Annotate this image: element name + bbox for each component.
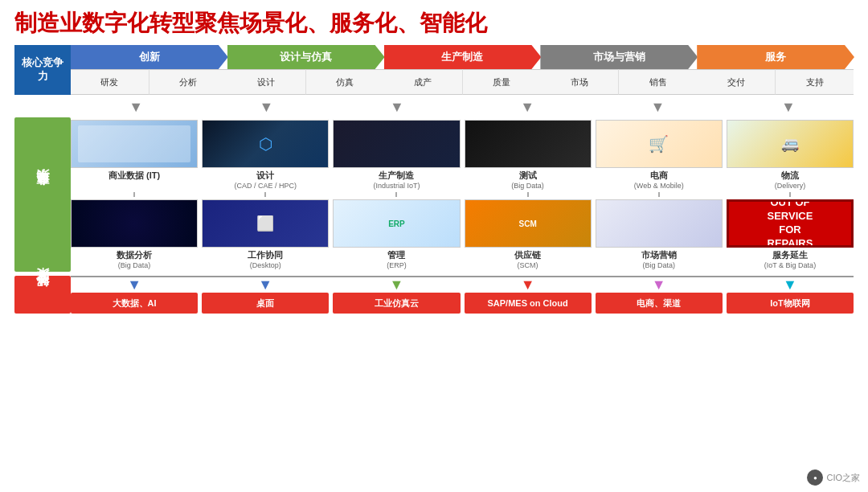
scene-card-bot-1: ⬜工作协同(Desktop) bbox=[202, 199, 329, 269]
scene-img-bot-1: ⬜ bbox=[202, 199, 329, 248]
arrow-bottom-3: 市场销售 bbox=[540, 69, 697, 95]
scene-label-main-top-2: 生产制造 bbox=[379, 170, 414, 182]
solution-wrapper: 解决方案 ▼大数据、AI▼桌面▼工业仿真云▼SAP/MES on Cloud▼电… bbox=[14, 276, 854, 314]
sol-arrow-3: ▼ bbox=[521, 277, 535, 292]
scene-img-bot-3: SCM bbox=[465, 199, 592, 248]
scene-label-sub-top-4: (Web & Mobile) bbox=[634, 182, 684, 190]
solution-item-1: ▼桌面 bbox=[202, 276, 329, 314]
sol-box-5: IoT物联网 bbox=[727, 293, 854, 314]
scene-label-sub-bot-2: (ERP) bbox=[387, 261, 407, 269]
all-scenes: 商业数据 (IT)⬡设计(CAD / CAE / HPC)生产制造(Indust… bbox=[71, 117, 854, 272]
down-arrow-2: ▼ bbox=[201, 98, 331, 116]
scene-img-top-1: ⬡ bbox=[202, 120, 329, 168]
scene-card-bot-3: SCM供应链(SCM) bbox=[465, 199, 592, 269]
scene-label-main-bot-3: 供应链 bbox=[514, 249, 541, 261]
sub-cell-4-0: 交付 bbox=[697, 69, 776, 95]
scene-img-top-5: 🚐 bbox=[727, 120, 854, 168]
scene-img-bot-0 bbox=[71, 199, 198, 248]
solution-item-3: ▼SAP/MES on Cloud bbox=[465, 276, 592, 314]
scene-img-top-3 bbox=[465, 120, 592, 168]
scene-label-main-top-5: 物流 bbox=[781, 170, 799, 182]
down-arrows-row: ▼ ▼ ▼ ▼ ▼ ▼ bbox=[71, 98, 854, 116]
scene-card-top-5: 🚐物流(Delivery) bbox=[727, 120, 854, 190]
main-container: 制造业数字化转型聚焦场景化、服务化、智能化 核心竞争力 创新研发分析设计与仿真设… bbox=[0, 0, 868, 492]
watermark-icon: ● bbox=[807, 469, 823, 486]
scene-label-sub-bot-0: (Big Data) bbox=[118, 261, 151, 269]
scene-card-top-2: 生产制造(Industrial IoT) bbox=[333, 120, 460, 190]
scene-label-main-bot-2: 管理 bbox=[387, 249, 405, 261]
solution-item-2: ▼工业仿真云 bbox=[333, 276, 460, 314]
page-title: 制造业数字化转型聚焦场景化、服务化、智能化 bbox=[14, 8, 854, 39]
bottom-scene-row: 数据分析(Big Data)⬜工作协同(Desktop)ERP管理(ERP)SC… bbox=[71, 197, 854, 272]
scene-card-bot-4: 市场营销(Big Data) bbox=[596, 199, 723, 269]
sol-arrow-1: ▼ bbox=[258, 277, 272, 292]
scene-label-main-top-0: 商业数据 (IT) bbox=[108, 170, 160, 182]
scene-card-bot-5: OUT OFSERVICEFORREPAIRS服务延生(IoT & Big Da… bbox=[727, 199, 854, 269]
scene-img-bot-2: ERP bbox=[333, 199, 460, 248]
down-arrow-4: ▼ bbox=[462, 98, 592, 116]
core-label: 核心竞争力 bbox=[14, 45, 71, 95]
scene-card-top-3: 测试(Big Data) bbox=[465, 120, 592, 190]
sub-cell-4-1: 支持 bbox=[776, 69, 854, 95]
arrow-top-4: 服务 bbox=[697, 45, 854, 69]
solution-hline bbox=[71, 276, 854, 277]
arrow-sections: 创新研发分析设计与仿真设计仿真生产制造成产质量市场与营销市场销售服务交付支持 bbox=[71, 45, 854, 95]
sub-cell-1-0: 设计 bbox=[227, 69, 306, 95]
scene-label-sub-top-1: (CAD / CAE / HPC) bbox=[235, 182, 297, 190]
sub-cell-3-0: 市场 bbox=[540, 69, 619, 95]
sol-box-2: 工业仿真云 bbox=[333, 293, 460, 314]
top-scene-row: 商业数据 (IT)⬡设计(CAD / CAE / HPC)生产制造(Indust… bbox=[71, 117, 854, 192]
scene-label-sub-bot-3: (SCM) bbox=[518, 261, 538, 269]
scene-img-top-4: 🛒 bbox=[596, 120, 723, 168]
arrow-section-0: 创新研发分析 bbox=[71, 45, 227, 95]
arrow-top-3: 市场与营销 bbox=[540, 45, 698, 69]
arrow-bottom-4: 交付支持 bbox=[697, 69, 854, 95]
sol-box-4: 电商、渠道 bbox=[596, 293, 723, 314]
solution-label-text: 解决方案 bbox=[35, 292, 51, 298]
scene-card-top-1: ⬡设计(CAD / CAE / HPC) bbox=[202, 120, 329, 190]
solution-item-5: ▼IoT物联网 bbox=[727, 276, 854, 314]
scene-card-top-0: 商业数据 (IT) bbox=[71, 120, 198, 190]
sub-cell-1-1: 仿真 bbox=[306, 69, 384, 95]
sol-box-3: SAP/MES on Cloud bbox=[465, 293, 592, 314]
scene-card-bot-0: 数据分析(Big Data) bbox=[71, 199, 198, 269]
sol-arrow-2: ▼ bbox=[390, 277, 404, 292]
arrow-top-2: 生产制造 bbox=[384, 45, 542, 69]
arrow-bottom-2: 成产质量 bbox=[384, 69, 541, 95]
scene-label-main-top-1: 设计 bbox=[256, 170, 274, 182]
solution-item-4: ▼电商、渠道 bbox=[596, 276, 723, 314]
scene-label-sub-top-2: (Industrial IoT) bbox=[373, 182, 420, 190]
watermark-text: CIO之家 bbox=[826, 472, 860, 484]
sol-box-1: 桌面 bbox=[202, 293, 329, 314]
sub-cell-2-1: 质量 bbox=[463, 69, 541, 95]
sub-cell-0-1: 分析 bbox=[149, 69, 227, 95]
business-label-text: 商业场景 bbox=[35, 191, 51, 198]
sub-cell-0-0: 研发 bbox=[71, 69, 149, 95]
down-arrow-1: ▼ bbox=[71, 98, 201, 116]
sol-arrow-0: ▼ bbox=[127, 277, 141, 292]
scene-img-bot-5: OUT OFSERVICEFORREPAIRS bbox=[727, 199, 854, 248]
scene-label-sub-top-3: (Big Data) bbox=[511, 182, 544, 190]
scene-label-sub-top-5: (Delivery) bbox=[775, 182, 806, 190]
business-scene-section: 商业场景 商业数据 (IT)⬡设计(CAD / CAE / HPC)生产制造(I… bbox=[14, 117, 854, 272]
down-arrow-6: ▼ bbox=[723, 98, 854, 116]
competency-row: 核心竞争力 创新研发分析设计与仿真设计仿真生产制造成产质量市场与营销市场销售服务… bbox=[14, 45, 854, 95]
arrow-section-1: 设计与仿真设计仿真 bbox=[227, 45, 384, 95]
sol-arrow-4: ▼ bbox=[652, 277, 666, 292]
down-arrow-3: ▼ bbox=[332, 98, 462, 116]
scene-img-top-0 bbox=[71, 120, 198, 168]
scene-img-top-2 bbox=[333, 120, 460, 168]
scene-card-bot-2: ERP管理(ERP) bbox=[333, 199, 460, 269]
arrow-bottom-0: 研发分析 bbox=[71, 69, 227, 95]
sol-arrow-5: ▼ bbox=[783, 277, 797, 292]
solution-label: 解决方案 bbox=[14, 276, 71, 314]
solution-items: ▼大数据、AI▼桌面▼工业仿真云▼SAP/MES on Cloud▼电商、渠道▼… bbox=[71, 276, 854, 314]
down-arrow-5: ▼ bbox=[592, 98, 723, 116]
sub-cell-3-1: 销售 bbox=[619, 69, 697, 95]
scene-card-top-4: 🛒电商(Web & Mobile) bbox=[596, 120, 723, 190]
arrow-top-0: 创新 bbox=[71, 45, 228, 69]
watermark: ● CIO之家 bbox=[807, 469, 860, 486]
solution-item-0: ▼大数据、AI bbox=[71, 276, 198, 314]
scene-label-main-bot-0: 数据分析 bbox=[117, 249, 152, 261]
scene-label-sub-bot-4: (Big Data) bbox=[643, 261, 676, 269]
